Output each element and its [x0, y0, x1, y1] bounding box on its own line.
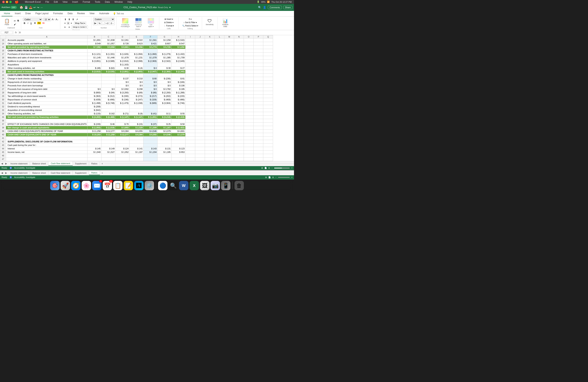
dock-safari[interactable]: 🧭 — [71, 181, 81, 190]
cell-h28[interactable]: $ (1,288) — [171, 91, 186, 94]
cell-d24[interactable]: $ 137 — [116, 77, 129, 80]
cell-b31[interactable]: $ (1,498) — [87, 101, 102, 105]
cell-f38[interactable]: $ 1,509 — [144, 126, 158, 129]
cell-c13[interactable]: $ 1,838 — [102, 38, 116, 42]
col-header-m[interactable]: M — [224, 35, 234, 38]
cell-e46[interactable] — [129, 154, 144, 157]
cell-b36[interactable] — [87, 119, 102, 122]
cell-c23[interactable] — [102, 73, 116, 77]
conditional-formatting-button[interactable]: ConditionalFormatting ▾ — [119, 18, 131, 28]
cell-e19[interactable]: $ (2,998) — [129, 59, 144, 63]
cell-e41[interactable] — [129, 136, 144, 140]
font-shrink-button[interactable]: A↓ — [55, 18, 59, 21]
cell-d16[interactable] — [116, 49, 129, 52]
cell-g33[interactable] — [158, 108, 171, 112]
cell-h15[interactable]: $ 3,292 — [171, 45, 186, 49]
cell-d17[interactable]: $ (1,626) — [116, 52, 129, 56]
table-row[interactable]: 32Dividend to noncontrolling interest$ (… — [0, 105, 273, 108]
cell-b46[interactable] — [87, 154, 102, 157]
cell-b43[interactable] — [87, 143, 102, 147]
table-row[interactable]: 22Net cash used in investing activities$… — [0, 70, 273, 73]
zoom-out-2[interactable]: − — [275, 176, 276, 178]
fill-color-button[interactable]: A▾ — [37, 22, 41, 24]
cell-b19[interactable]: $ (3,891) — [87, 59, 102, 63]
dock-reminders[interactable]: 📋 — [113, 181, 123, 190]
cell-b23[interactable] — [87, 73, 102, 77]
cell-a37[interactable]: EFFECT OF EXCHANGE RATE CHANGES ON CASH … — [6, 122, 87, 126]
cell-d36[interactable] — [116, 119, 129, 122]
align-right-top-button[interactable]: ⬆ — [71, 18, 75, 21]
cell-h25[interactable]: $ (106) — [171, 80, 186, 84]
cell-b18[interactable]: $ 1,145 — [87, 56, 102, 59]
sheet-tab-income-2[interactable]: Income statement — [8, 171, 30, 175]
cell-f30[interactable]: $ (328) — [144, 98, 158, 101]
cell-c33[interactable] — [102, 108, 116, 112]
cell-a39[interactable]: CASH AND CASH EQUIVALENTS BEGINNING OF Y… — [6, 129, 87, 133]
format-painter-button[interactable]: 🖌 — [13, 23, 17, 26]
col-header-a[interactable]: A — [6, 35, 87, 38]
cell-g47[interactable] — [158, 157, 171, 161]
cell-a14[interactable]: Other operating assets and liabilities, … — [6, 42, 87, 45]
cell-h18[interactable]: $ 1,709 — [171, 56, 186, 59]
cell-g32[interactable] — [158, 105, 171, 108]
cell-c45[interactable]: $ 1,527 — [102, 150, 116, 154]
delete-cells-button[interactable]: ⊟ Delete ▾ — [163, 21, 175, 24]
col-header-n[interactable]: N — [234, 35, 244, 38]
dock-proxyman[interactable]: 🔍 — [168, 181, 178, 190]
cell-c18[interactable]: $ 1,446 — [102, 56, 116, 59]
cell-f16[interactable] — [144, 49, 158, 52]
table-row[interactable]: 20Acquisitions$ (1,163) — [0, 63, 273, 66]
cell-f31[interactable]: $ (689) — [144, 101, 158, 105]
dropdown-icon[interactable]: ▾ — [169, 6, 170, 9]
cell-b38[interactable]: $ (1,055) — [87, 126, 102, 129]
cell-g20[interactable] — [158, 63, 171, 66]
cell-e42[interactable] — [129, 140, 144, 143]
table-row[interactable]: 31Cash dividend payments$ (1,498)$ (5,74… — [0, 101, 273, 105]
cell-f37[interactable]: $ (37) — [144, 122, 158, 126]
cell-b28[interactable]: $ (800) — [87, 91, 102, 94]
cell-b27[interactable]: $ 0 — [87, 87, 102, 91]
cell-e47[interactable] — [129, 157, 144, 161]
view-page-2[interactable]: 📄 — [268, 176, 271, 178]
cell-c47[interactable] — [102, 157, 116, 161]
cell-a33[interactable]: Acquisition of noncontrolling interest — [6, 108, 87, 112]
menu-data[interactable]: Data — [104, 0, 110, 4]
cell-h33[interactable] — [171, 108, 186, 112]
sheet-tab-ratios[interactable]: Ratios — [89, 162, 100, 166]
view-normal-icon[interactable]: ⊞ — [261, 167, 263, 169]
zoom-in-2[interactable]: + — [291, 176, 293, 178]
col-header-b[interactable]: B — [87, 35, 102, 38]
tab-data[interactable]: Data — [65, 11, 75, 16]
cell-d19[interactable]: $ (2,810) — [116, 59, 129, 63]
cell-f41[interactable] — [144, 136, 158, 140]
cell-f14[interactable]: $ 421 — [144, 42, 158, 45]
autosum-button[interactable]: Σ ▾ — [188, 18, 193, 21]
dock-launchpad[interactable]: 🚀 — [61, 181, 70, 190]
cell-e30[interactable]: $ (247) — [129, 98, 144, 101]
cell-d34[interactable]: $ (71) — [116, 112, 129, 115]
paste-button[interactable]: 📋 Paste — [3, 18, 11, 26]
cell-c28[interactable]: $ (94) — [102, 91, 116, 94]
cell-c34[interactable]: $ 162 — [102, 112, 116, 115]
table-row[interactable]: 44 Interest$ 145$ 149$ 124$ 141$ 143$ 13… — [0, 147, 273, 150]
table-row[interactable]: 30Repurchases of common stock$ (439)$ (4… — [0, 98, 273, 101]
align-center-top-button[interactable]: ⬆ — [67, 18, 71, 21]
comments-button[interactable]: Comments — [268, 6, 282, 9]
cell-e18[interactable]: $ 1,231 — [129, 56, 144, 59]
cell-e39[interactable]: $ 6,055 — [129, 129, 144, 133]
cell-a27[interactable]: Proceeds from issuance of long-term debt — [6, 87, 87, 91]
insert-cells-button[interactable]: ⊞ Insert ▾ — [163, 18, 174, 21]
sheet-nav-right-2[interactable]: ▶ — [4, 171, 8, 174]
cell-g29[interactable]: $ (202) — [158, 94, 171, 98]
cell-f22[interactable]: $ (2,947) — [144, 70, 158, 73]
cell-f40[interactable]: $ 6,055 — [144, 133, 158, 136]
align-left-top-button[interactable]: ⬆ — [63, 18, 67, 21]
cut-button[interactable]: ✂ — [13, 19, 17, 23]
cell-b22[interactable]: $ (3,915) — [87, 70, 102, 73]
dock-notes[interactable]: 📝 — [124, 181, 133, 190]
cell-f29[interactable]: $ (217) — [144, 94, 158, 98]
cell-h35[interactable]: $ (2,419) — [171, 115, 186, 119]
cell-e17[interactable]: $ (1,094) — [129, 52, 144, 56]
cell-f34[interactable]: $ (41) — [144, 112, 158, 115]
cell-h31[interactable]: $ (746) — [171, 101, 186, 105]
